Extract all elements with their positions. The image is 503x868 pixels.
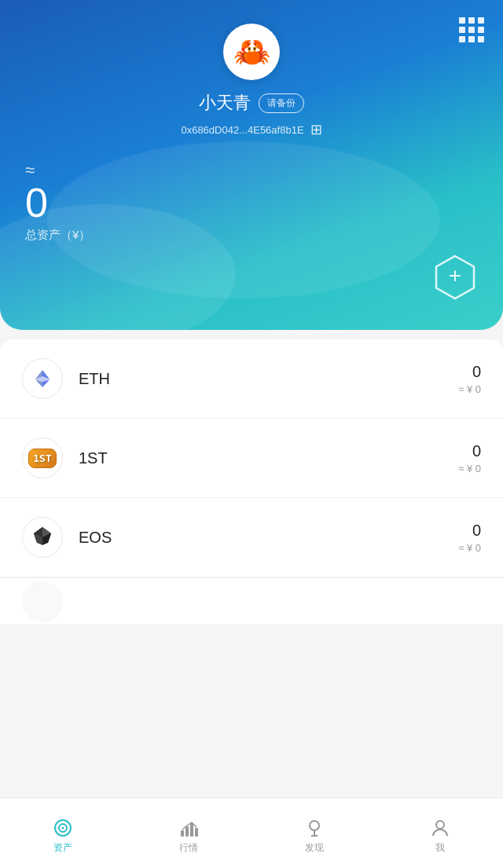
eos-logo — [22, 517, 63, 558]
balance-section: ≈ 0 总资产（¥） — [0, 138, 503, 243]
token-item-eth[interactable]: ETH 0 ≈ ¥ 0 — [0, 339, 503, 419]
bottom-navigation: 资产 行情 发现 我 — [0, 797, 503, 868]
backup-button[interactable]: 请备份 — [259, 93, 304, 113]
nav-label-assets: 资产 — [53, 841, 72, 855]
eos-symbol: EOS — [79, 529, 458, 547]
token-item-partial[interactable] — [0, 577, 503, 624]
grid-menu-icon[interactable] — [459, 17, 484, 42]
1st-symbol: 1ST — [79, 449, 458, 467]
svg-rect-13 — [195, 828, 198, 837]
token-item-eos[interactable]: EOS 0 ≈ ¥ 0 — [0, 498, 503, 577]
nav-item-me[interactable]: 我 — [377, 811, 503, 855]
eth-symbol: ETH — [79, 370, 458, 388]
avatar-wrapper: 🦀 — [0, 0, 503, 80]
token-list: ETH 0 ≈ ¥ 0 1ST 1ST 0 ≈ ¥ 0 — [0, 339, 503, 624]
balance-label: 总资产（¥） — [25, 228, 478, 243]
address-row: 0x686dD042...4E56af8b1E ⊞ — [0, 121, 503, 138]
1st-amount: 0 — [458, 442, 481, 460]
1st-logo: 1ST — [22, 438, 63, 478]
add-asset-button[interactable]: + — [432, 255, 478, 303]
discover-icon — [304, 818, 325, 838]
eth-cny: ≈ ¥ 0 — [458, 383, 481, 395]
nav-item-discover[interactable]: 发现 — [252, 811, 377, 855]
assets-icon — [53, 818, 73, 838]
eth-logo — [22, 358, 63, 399]
total-balance: 0 — [25, 182, 478, 223]
eth-balance: 0 ≈ ¥ 0 — [458, 363, 481, 395]
nav-item-market[interactable]: 行情 — [126, 811, 252, 855]
header-section: 🦀 小天青 请备份 0x686dD042...4E56af8b1E ⊞ ≈ 0 … — [0, 0, 503, 330]
username-label: 小天青 — [199, 91, 251, 115]
svg-rect-10 — [181, 830, 184, 837]
nav-label-market: 行情 — [179, 841, 198, 855]
token-item-1st[interactable]: 1ST 1ST 0 ≈ ¥ 0 — [0, 419, 503, 498]
1st-balance: 0 ≈ ¥ 0 — [458, 442, 481, 474]
svg-text:+: + — [449, 263, 461, 288]
approx-symbol: ≈ — [25, 160, 35, 180]
nav-label-discover: 发现 — [305, 841, 324, 855]
me-icon — [430, 818, 450, 838]
wallet-address[interactable]: 0x686dD042...4E56af8b1E — [181, 124, 303, 136]
svg-point-14 — [310, 821, 319, 830]
svg-point-17 — [436, 821, 444, 829]
1st-cny: ≈ ¥ 0 — [458, 463, 481, 474]
market-icon — [178, 818, 199, 838]
partial-token-logo — [22, 581, 63, 622]
user-info-row: 小天青 请备份 — [0, 91, 503, 115]
eos-cny: ≈ ¥ 0 — [458, 542, 481, 554]
svg-rect-11 — [185, 826, 189, 837]
svg-rect-12 — [190, 823, 193, 837]
nav-label-me: 我 — [435, 841, 445, 855]
eos-balance: 0 ≈ ¥ 0 — [458, 522, 481, 554]
qr-code-icon[interactable]: ⊞ — [310, 121, 322, 138]
svg-point-9 — [62, 827, 64, 830]
avatar[interactable]: 🦀 — [223, 24, 280, 80]
nav-item-assets[interactable]: 资产 — [0, 811, 126, 855]
eos-amount: 0 — [458, 522, 481, 540]
eth-amount: 0 — [458, 363, 481, 381]
